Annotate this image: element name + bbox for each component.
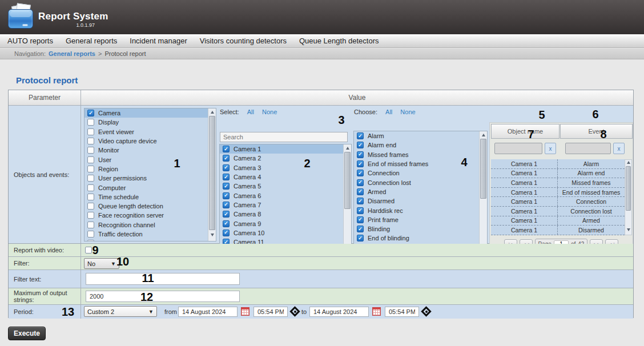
event-list-item[interactable]: Alarm [354,131,479,140]
checkbox-icon[interactable] [87,119,94,126]
object-type-list-item[interactable]: Display [84,118,208,127]
object-type-list-item[interactable]: Camera [84,108,208,118]
events-listbox[interactable]: AlarmAlarm endMissed framesEnd of missed… [353,131,488,257]
selected-pairs-table[interactable]: Camera 1AlarmCamera 1Alarm endCamera 1Mi… [491,159,625,235]
checkbox-icon[interactable] [223,183,230,190]
filter-text-input[interactable] [86,273,240,285]
object-type-list-item[interactable]: Face recognition server [84,211,208,220]
object-type-list-item[interactable]: Region [84,164,208,174]
clear-event-filter-button[interactable]: x [613,143,625,154]
checkbox-icon[interactable] [87,203,94,210]
checkbox-icon[interactable] [87,231,94,238]
checkbox-icon[interactable] [357,132,364,139]
checkbox-icon[interactable] [357,235,364,242]
checkbox-icon[interactable] [223,202,230,208]
checkbox-icon[interactable] [357,179,364,186]
scroll-up-icon[interactable] [482,134,485,136]
checkbox-icon[interactable] [87,175,94,182]
checkbox-icon[interactable] [223,155,230,162]
execute-button[interactable]: Execute [8,327,46,340]
checkbox-icon[interactable] [223,192,230,199]
object-types-scrollbar[interactable] [208,108,216,241]
calendar-icon[interactable] [372,307,381,316]
menu-item-general-reports[interactable]: General reports [66,37,117,45]
object-type-list-item[interactable]: Queue length detection [84,202,208,211]
camera-list-item[interactable]: Camera 3 [220,163,343,172]
event-list-item[interactable]: End of blinding [354,234,479,243]
from-time-input[interactable] [253,307,288,317]
checkbox-icon[interactable] [87,147,94,154]
scroll-down-icon[interactable] [627,228,630,231]
crosshair-icon[interactable] [421,306,432,317]
checkbox-icon[interactable] [87,212,94,219]
object-type-list-item[interactable]: Event viewer [84,127,208,136]
event-list-item[interactable]: Disarmed [354,196,479,206]
checkbox-icon[interactable] [87,222,94,228]
object-type-list-item[interactable]: Traffic detection [84,230,208,239]
from-date-input[interactable] [178,307,238,317]
object-type-list-item[interactable]: POS terminal [84,239,208,241]
scrollbar-thumb[interactable] [626,166,631,211]
object-type-list-item[interactable]: User permissions [84,174,208,183]
checkbox-icon[interactable] [87,138,94,144]
results-scrollbar[interactable] [625,159,632,235]
object-types-listbox[interactable]: CameraDisplayEvent viewerVideo capture d… [84,108,216,242]
checkbox-icon[interactable] [357,188,364,195]
menu-item-auto-reports[interactable]: AUTO reports [7,37,53,45]
event-list-item[interactable]: Connection [354,168,479,178]
camera-list-item[interactable]: Camera 2 [220,154,343,163]
clear-object-filter-button[interactable]: x [545,143,556,154]
checkbox-icon[interactable] [357,198,364,204]
checkbox-icon[interactable] [87,194,94,200]
camera-list-item[interactable]: Camera 8 [220,210,343,219]
checkbox-icon[interactable] [87,110,94,116]
checkbox-icon[interactable] [357,160,364,167]
scrollbar-thumb[interactable] [209,116,215,230]
object-type-list-item[interactable]: Video capture device [84,136,208,146]
checkbox-icon[interactable] [223,164,230,171]
max-output-strings-input[interactable] [86,291,240,302]
checkbox-icon[interactable] [357,142,364,148]
checkbox-icon[interactable] [87,184,94,191]
event-list-item[interactable]: Armed [354,187,479,196]
checkbox-icon[interactable] [357,170,364,176]
filter-select[interactable]: No ▼ [84,258,119,269]
camera-list-item[interactable]: Camera 4 [220,172,343,182]
checkbox-icon[interactable] [87,240,94,241]
cameras-listbox[interactable]: Camera 1Camera 2Camera 3Camera 4Camera 5… [219,144,352,257]
event-list-item[interactable]: Harddisk rec [354,206,479,215]
breadcrumb-link-general-reports[interactable]: General reports [49,50,95,57]
object-type-list-item[interactable]: Time schedule [84,192,208,202]
to-date-input[interactable] [309,307,369,317]
menu-item-visitors-counting-detectors[interactable]: Visitors counting detectors [200,37,287,45]
event-list-item[interactable]: Connection lost [354,178,479,187]
event-filter-input[interactable] [565,143,611,154]
object-name-filter-input[interactable] [494,143,542,154]
checkbox-icon[interactable] [87,156,94,163]
report-with-video-checkbox[interactable] [85,247,92,254]
scroll-down-icon[interactable] [211,234,214,236]
checkbox-icon[interactable] [223,146,230,152]
select-all-link[interactable]: All [247,108,254,115]
event-list-item[interactable]: Alarm end [354,140,479,150]
choose-none-link[interactable]: None [400,108,415,115]
checkbox-icon[interactable] [223,230,230,236]
event-list-item[interactable]: Print frame [354,215,479,224]
event-list-item[interactable]: End of missed frames [354,159,479,168]
cameras-scrollbar[interactable] [343,144,351,256]
event-list-item[interactable]: Missed frames [354,150,479,159]
menu-item-queue-length-detectors[interactable]: Queue Length detectors [299,37,379,45]
checkbox-icon[interactable] [223,211,230,218]
object-type-list-item[interactable]: Computer [84,183,208,192]
checkbox-icon[interactable] [223,220,230,227]
search-input[interactable] [220,132,348,142]
menu-item-incident-manager[interactable]: Incident manager [130,37,187,45]
scroll-up-icon[interactable] [211,111,214,114]
choose-all-link[interactable]: All [385,108,392,115]
camera-list-item[interactable]: Camera 9 [220,219,343,228]
scroll-up-icon[interactable] [627,161,630,164]
camera-list-item[interactable]: Camera 6 [220,191,343,200]
scrollbar-thumb[interactable] [344,152,351,209]
checkbox-icon[interactable] [223,174,230,180]
checkbox-icon[interactable] [87,166,94,172]
